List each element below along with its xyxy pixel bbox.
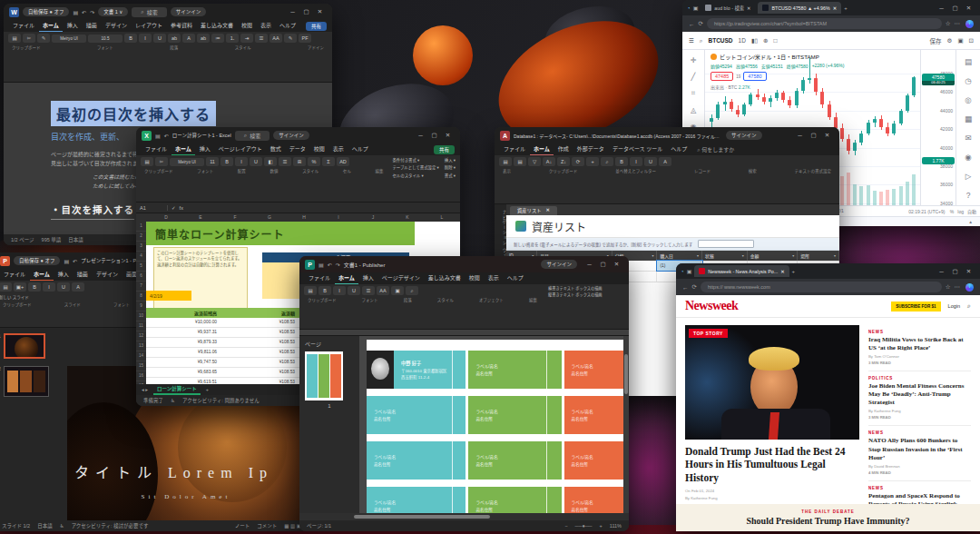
news-author[interactable]: By David Brennan (868, 464, 971, 469)
ribbon-tab-ヘルプ[interactable]: ヘルプ (348, 143, 372, 156)
slide-thumbnail-2[interactable]: 2 (0, 366, 51, 397)
trendline-icon[interactable]: ╱ (691, 73, 696, 81)
tv-symbol-description[interactable]: ビットコイン/米ドル・1日・BITSTAMP (720, 53, 819, 61)
word-signin-button[interactable]: サインイン (171, 7, 207, 16)
row-header-9[interactable]: 9 (136, 302, 146, 312)
news-title[interactable]: Pentagon and SpaceX Respond to Reports o… (868, 492, 971, 504)
format-painter-icon[interactable]: ✎ (37, 34, 50, 43)
ribbon-tab-ファイル[interactable]: ファイル (305, 272, 334, 285)
font-color-icon[interactable]: A (72, 282, 84, 292)
loan-cell[interactable]: ¥9,879.33 (146, 338, 224, 347)
row-header-6[interactable]: 6 (136, 272, 146, 282)
sheet-nav-icons[interactable]: ◂ ▸ (142, 387, 148, 392)
new-slide-icon[interactable]: ▣+ (14, 282, 26, 292)
minimize-button[interactable]: ─ (583, 261, 596, 268)
highlight-icon[interactable]: ab (197, 34, 210, 43)
underline-icon[interactable]: U (57, 282, 70, 292)
paste-icon[interactable]: ▤ (8, 34, 21, 43)
cut-icon[interactable]: ✂ (155, 157, 168, 166)
redo-icon[interactable]: ↷ (90, 9, 94, 15)
cell-styles-button[interactable]: セルのスタイル ▾ (392, 173, 438, 180)
find-icon[interactable]: ⌕ (406, 286, 418, 295)
fx-icon[interactable]: fx (180, 205, 183, 211)
word-ribbon-tabs[interactable]: ファイルホーム挿入描画デザインレイアウト参考資料差し込み文書校閲表示ヘルプ共有 (4, 20, 332, 32)
undo-icon[interactable]: ↶ (73, 258, 77, 264)
underline-icon[interactable]: U (644, 157, 657, 166)
ppt-language[interactable]: 日本語 (37, 522, 53, 529)
ribbon-tab-表示[interactable]: 表示 (485, 272, 503, 285)
loan-cell[interactable]: ¥9,747.50 (146, 358, 224, 367)
loan-sheet-note[interactable]: このローン計算シートのテンプレートを使用して、ローン返済のスケジュールを立てられ… (153, 247, 248, 314)
edge-window-controls[interactable]: ─ ▢ ✕ (935, 268, 975, 275)
numbering-icon[interactable]: ⒈ (226, 34, 239, 43)
candle-body[interactable] (781, 93, 785, 100)
tab-close-icon[interactable]: ✕ (747, 5, 750, 11)
undo-icon[interactable]: ↶ (82, 9, 86, 15)
loan-cell[interactable]: ¥9,811.06 (146, 348, 224, 357)
news-title[interactable]: Iraq Militia Vows to Strike Back at US ‘… (868, 336, 971, 352)
edge-address-bar[interactable]: ← ⟳ https://jp.tradingview.com/chart/?sy… (682, 15, 980, 32)
italic-icon[interactable]: I (235, 157, 248, 166)
undo-icon[interactable]: ↶ (328, 262, 332, 268)
label-cell-teal[interactable]: ラベル/宛名宛名住所 (367, 487, 466, 513)
tab-close-icon[interactable]: ✕ (780, 269, 784, 274)
ribbon-tab-挿入[interactable]: 挿入 (196, 143, 214, 156)
ribbon-tab-校閲[interactable]: 校閲 (238, 20, 256, 33)
candle-body[interactable] (795, 91, 799, 105)
ribbon-tab-外部データ[interactable]: 外部データ (573, 143, 608, 156)
news-author[interactable]: By Katherine Fung (868, 409, 971, 413)
new-tab-button[interactable]: + (792, 269, 796, 274)
word-document-title[interactable]: 文書 1 ∨ (98, 7, 128, 16)
excel-formula-bar[interactable]: A1 ✓ fx (136, 203, 460, 213)
ribbon-tab-描画[interactable]: 描画 (74, 269, 92, 282)
edge-logo-icon[interactable]: ◔ (687, 5, 691, 11)
ribbon-tab-校閲[interactable]: 校閲 (466, 272, 484, 285)
layout-icon[interactable]: □ (773, 37, 777, 44)
loan-date-cell[interactable]: 4/2/19 (146, 291, 191, 301)
close-button[interactable]: ✕ (962, 268, 975, 275)
asset-filter-combo[interactable] (698, 240, 754, 248)
asset-col-状態[interactable]: 状態▾ (702, 251, 748, 261)
bold-icon[interactable]: B (318, 286, 331, 295)
ppt-autosave-toggle[interactable]: 自動保存 ● オフ (14, 256, 60, 265)
candle-body[interactable] (788, 100, 791, 105)
column-header-J[interactable]: J (356, 214, 390, 220)
edge-logo-icon[interactable]: ◔ (681, 269, 684, 274)
edge-tab-strip[interactable]: ◔ ▣ Newsweek - News Analysis Po...✕ + ─ … (676, 263, 980, 279)
bold-icon[interactable]: B (28, 282, 41, 292)
maximize-button[interactable]: ▢ (807, 132, 820, 139)
candle-body[interactable] (859, 134, 863, 143)
publisher-signin-button[interactable]: サインイン (541, 260, 577, 269)
loan-cell[interactable]: ¥108.53 (224, 318, 302, 327)
ppt-thumbnail-pane[interactable]: 1 2 (0, 328, 54, 520)
excel-titlebar[interactable]: X ▤ ↶ ローン計算シート1 - Excel ⌕検索 サインイン ─ ▢ ✕ (136, 127, 460, 143)
row-header-4[interactable]: 4 (136, 252, 146, 262)
ppt-comments-button[interactable]: コメント (257, 522, 277, 529)
candle-body[interactable] (886, 127, 889, 134)
row-header-12[interactable]: 12 (136, 331, 146, 341)
candle-body[interactable] (912, 77, 916, 95)
newsweek-logo[interactable]: Newsweek (685, 299, 738, 313)
arrange-icon[interactable]: ▣ (391, 286, 404, 295)
indent-icon[interactable]: ⇥ (240, 34, 253, 43)
close-button[interactable]: ✕ (313, 8, 327, 15)
merge-icon[interactable]: ⊞ (293, 157, 306, 166)
access-document-tabs[interactable]: 資産リスト✕ (506, 204, 839, 215)
access-titlebar[interactable]: A Database1 : データベース- C:\Users\...\Docum… (495, 127, 839, 143)
filter-dropdown-icon[interactable]: ▾ (792, 253, 794, 258)
font-size-box[interactable]: 11 (206, 157, 219, 166)
close-button[interactable]: ✕ (441, 132, 455, 139)
sum-icon[interactable]: Σ (322, 157, 335, 166)
column-header-L[interactable]: L (425, 214, 459, 220)
interval-icon[interactable]: 1D (739, 37, 746, 44)
access-ribbon[interactable]: ▤▤▽A↓Z↓⟳+⌕BIUA 表示クリップボード並べ替えとフィルターレコード検索… (495, 155, 839, 204)
ribbon-tab-ヘルプ[interactable]: ヘルプ (667, 143, 691, 156)
paste-icon[interactable]: ▤ (0, 282, 12, 292)
label-cell-green[interactable]: ラベル/宛名宛名住所 (468, 396, 561, 434)
browser-tab-newsweek[interactable]: Newsweek - News Analysis Po...✕ (694, 265, 789, 277)
sort-desc-icon[interactable]: Z↓ (557, 157, 570, 166)
ribbon-tab-ホーム[interactable]: ホーム (530, 143, 554, 156)
candle-body[interactable] (847, 139, 850, 150)
access-window-controls[interactable]: ─ ▢ ✕ (793, 132, 834, 139)
insert-cells-button[interactable]: 挿入 ▾ (445, 157, 456, 164)
